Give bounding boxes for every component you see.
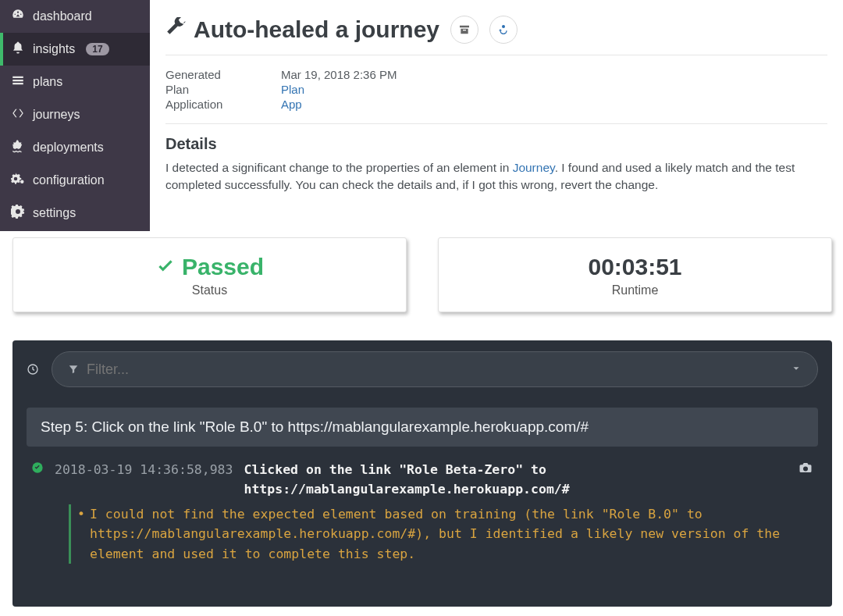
meta-label: Generated (165, 68, 281, 81)
check-circle-icon (31, 461, 44, 480)
status-card: Passed Status (12, 237, 407, 312)
runtime-value: 00:03:51 (446, 254, 823, 280)
details-text: I detected a significant change to the p… (165, 159, 827, 193)
page-title: Auto-healed a journey (165, 16, 439, 43)
archive-icon (458, 23, 471, 36)
status-value-text: Passed (182, 254, 264, 280)
log-message: Clicked on the link "Role Beta-Zero" to … (244, 461, 787, 500)
meta-row-application: Application App (165, 98, 827, 111)
archive-button[interactable] (450, 16, 478, 44)
log-panel: Step 5: Click on the link "Role B.0" to … (12, 340, 832, 607)
cogs-icon (11, 172, 25, 189)
details-text-before: I detected a significant change to the p… (165, 161, 513, 174)
step-header[interactable]: Step 5: Click on the link "Role B.0" to … (27, 408, 818, 447)
sidebar-item-dashboard[interactable]: dashboard (0, 0, 150, 33)
journey-link[interactable]: Journey (513, 161, 555, 174)
application-link[interactable]: App (281, 98, 302, 111)
sidebar-item-plans[interactable]: plans (0, 66, 150, 98)
insights-badge: 17 (86, 43, 108, 55)
plan-link[interactable]: Plan (281, 83, 304, 96)
sidebar-item-journeys[interactable]: journeys (0, 98, 150, 131)
gear-icon (11, 205, 25, 222)
sidebar-item-insights[interactable]: insights 17 (0, 33, 150, 66)
page-title-text: Auto-healed a journey (194, 16, 439, 43)
runtime-label: Runtime (446, 283, 823, 297)
sidebar-item-label: configuration (33, 173, 105, 187)
sidebar-item-deployments[interactable]: deployments (0, 131, 150, 164)
bullet-icon: • (77, 504, 85, 525)
bell-icon (11, 41, 25, 58)
details-heading: Details (165, 135, 827, 153)
list-icon (11, 73, 25, 91)
filter-row (27, 351, 818, 387)
person-revert-icon (497, 23, 510, 36)
meta-value-generated: Mar 19, 2018 2:36 PM (281, 68, 397, 81)
sidebar-item-configuration[interactable]: configuration (0, 164, 150, 197)
filter-icon (68, 364, 79, 375)
log-note: • I could not find the expected element … (69, 504, 818, 564)
share-button[interactable] (489, 16, 518, 44)
ship-icon (11, 139, 25, 156)
sidebar-item-label: deployments (33, 141, 104, 155)
main-content: Auto-healed a journey Generated Mar 19, … (150, 0, 843, 199)
check-icon (155, 257, 176, 277)
log-note-text: I could not find the expected element ba… (90, 507, 780, 561)
wrench-icon (165, 16, 186, 43)
gauge-icon (11, 8, 25, 25)
meta-row-plan: Plan Plan (165, 83, 827, 96)
status-label: Status (21, 283, 398, 297)
sidebar-item-label: settings (33, 206, 76, 220)
log-entry: 2018-03-19 14:36:58,983 Clicked on the l… (27, 461, 818, 500)
code-brackets-icon (11, 106, 25, 123)
sidebar-item-label: plans (33, 75, 62, 89)
stat-cards: Passed Status 00:03:51 Runtime (12, 237, 832, 312)
sidebar-item-label: dashboard (33, 9, 92, 23)
title-row: Auto-healed a journey (165, 16, 827, 55)
sidebar-item-settings[interactable]: settings (0, 197, 150, 230)
status-value: Passed (155, 254, 264, 280)
filter-box[interactable] (52, 351, 818, 387)
sidebar: dashboard insights 17 plans journeys dep… (0, 0, 150, 231)
log-timestamp: 2018-03-19 14:36:58,983 (55, 461, 233, 480)
meta-label: Plan (165, 83, 281, 96)
filter-input[interactable] (87, 361, 783, 378)
meta-label: Application (165, 98, 281, 111)
meta-row-generated: Generated Mar 19, 2018 2:36 PM (165, 68, 827, 81)
meta-block: Generated Mar 19, 2018 2:36 PM Plan Plan… (165, 55, 827, 124)
runtime-card: 00:03:51 Runtime (438, 237, 832, 312)
clock-icon[interactable] (27, 363, 39, 376)
details-section: Details I detected a significant change … (165, 124, 827, 199)
camera-icon[interactable] (798, 461, 813, 481)
sidebar-item-label: insights (33, 42, 75, 56)
chevron-down-icon[interactable] (791, 361, 802, 378)
sidebar-item-label: journeys (33, 108, 80, 122)
